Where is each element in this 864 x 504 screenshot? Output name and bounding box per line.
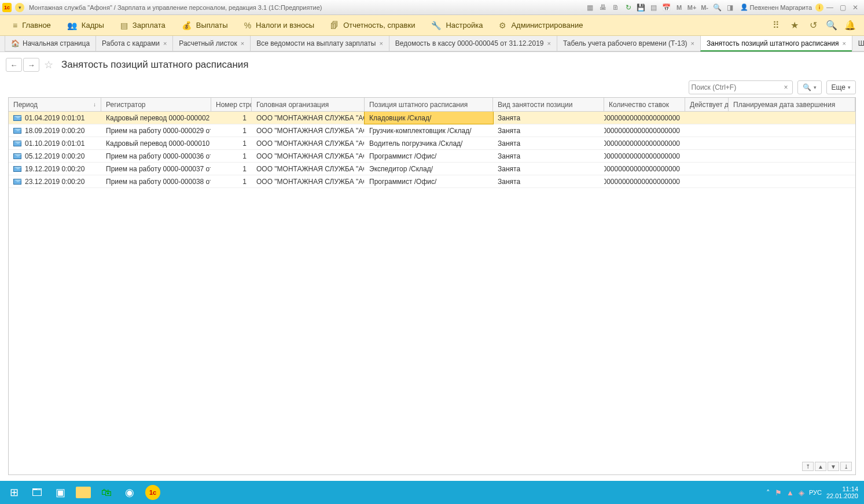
menu-taxes[interactable]: %Налоги и взносы bbox=[236, 15, 323, 35]
menu-reports[interactable]: 🗐Отчетность, справки bbox=[322, 15, 423, 35]
nav-forward-button[interactable]: → bbox=[23, 58, 39, 72]
record-icon bbox=[13, 128, 21, 134]
col-label: Период bbox=[13, 101, 38, 109]
tab-work-hr[interactable]: Работа с кадрами× bbox=[95, 36, 173, 51]
cell: Занята bbox=[493, 150, 604, 162]
table-row[interactable]: 01.04.2019 0:01:01Кадровый перевод 0000-… bbox=[9, 112, 855, 124]
cell: 1 bbox=[211, 175, 252, 187]
tray-lang[interactable]: РУС bbox=[809, 489, 822, 496]
close-icon[interactable]: × bbox=[163, 40, 167, 47]
tab-home[interactable]: 🏠 Начальная страница bbox=[5, 36, 96, 51]
minimize-button[interactable]: — bbox=[825, 2, 835, 13]
powershell-icon[interactable]: ▣ bbox=[49, 483, 72, 502]
explorer-icon[interactable] bbox=[72, 483, 95, 502]
chevron-down-icon: ▾ bbox=[814, 84, 817, 90]
table-row[interactable]: 18.09.2019 0:00:20Прием на работу 0000-0… bbox=[9, 124, 855, 137]
col-plan[interactable]: Планируемая дата завершения bbox=[729, 98, 855, 111]
close-icon[interactable]: × bbox=[241, 40, 244, 47]
col-registrar[interactable]: Регистратор bbox=[101, 98, 211, 111]
calc-icon[interactable]: ▤ bbox=[649, 2, 659, 13]
cell: 1,00000000000000000000 bbox=[604, 163, 685, 175]
scroll-up-button[interactable]: ▲ bbox=[815, 462, 826, 471]
tab-cash-statement[interactable]: Ведомость в кассу 0000-000045 от 31.12.2… bbox=[389, 36, 557, 51]
m-button[interactable]: M bbox=[674, 2, 685, 13]
search-icon[interactable]: 🔍 bbox=[825, 19, 839, 32]
col-org[interactable]: Головная организация bbox=[252, 98, 365, 111]
col-position[interactable]: Позиция штатного расписания bbox=[365, 98, 493, 111]
bell-icon[interactable]: 🔔 bbox=[843, 19, 857, 32]
col-line[interactable]: Номер строки bbox=[211, 98, 252, 111]
app-1c-icon[interactable]: 1c bbox=[141, 483, 164, 502]
search-box[interactable]: × bbox=[689, 80, 793, 94]
favorite-toggle[interactable]: ☆ bbox=[44, 58, 53, 71]
table-row[interactable]: 19.12.2019 0:00:20Прием на работу 0000-0… bbox=[9, 163, 855, 175]
scroll-down-button[interactable]: ▼ bbox=[828, 462, 839, 471]
close-icon[interactable]: × bbox=[547, 40, 551, 47]
table-row[interactable]: 23.12.2019 0:00:20Прием на работу 0000-0… bbox=[9, 175, 855, 188]
cell bbox=[729, 150, 855, 162]
search-input[interactable] bbox=[692, 83, 782, 91]
cell: Водитель погрузчика /Склад/ bbox=[365, 137, 493, 149]
close-button[interactable]: ✕ bbox=[850, 2, 861, 13]
taskview-icon[interactable]: 🗔 bbox=[25, 483, 49, 502]
cell bbox=[729, 175, 855, 187]
start-button[interactable]: ⊞ bbox=[2, 483, 25, 502]
tab-staffing-layout[interactable]: Штатная расстановка× bbox=[852, 36, 864, 51]
calendar-icon[interactable]: 📅 bbox=[661, 2, 672, 13]
search-dropdown-button[interactable]: 🔍 ▾ bbox=[797, 80, 822, 94]
col-period[interactable]: Период↓ bbox=[9, 98, 101, 111]
info-icon[interactable]: i bbox=[815, 3, 823, 12]
apps-icon[interactable]: ⠿ bbox=[769, 19, 783, 32]
favorite-icon[interactable]: ★ bbox=[788, 19, 802, 32]
store-icon[interactable]: 🛍 bbox=[95, 483, 118, 502]
panels-icon[interactable]: ◨ bbox=[725, 2, 736, 13]
tray-clock[interactable]: 11:14 22.01.2020 bbox=[826, 485, 858, 499]
close-icon[interactable]: × bbox=[379, 40, 383, 47]
system-menu-button[interactable]: ▾ bbox=[15, 3, 24, 12]
nav-back-button[interactable]: ← bbox=[6, 58, 22, 72]
table-row[interactable]: 05.12.2019 0:00:20Прием на работу 0000-0… bbox=[9, 150, 855, 163]
close-icon[interactable]: × bbox=[842, 40, 845, 47]
scroll-home-button[interactable]: ⤒ bbox=[802, 462, 814, 471]
col-until[interactable]: Действует до bbox=[685, 98, 729, 111]
current-user[interactable]: 👤 Певхенен Маргарита bbox=[740, 3, 812, 11]
history-icon[interactable]: ↺ bbox=[806, 19, 820, 32]
clear-search-button[interactable]: × bbox=[782, 83, 790, 91]
tab-all-payrolls[interactable]: Все ведомости на выплату зарплаты× bbox=[250, 36, 389, 51]
m-plus-button[interactable]: M+ bbox=[687, 2, 697, 13]
tray-network-icon[interactable]: ◈ bbox=[799, 488, 804, 497]
col-rate[interactable]: Количество ставок bbox=[604, 98, 685, 111]
close-icon[interactable]: × bbox=[691, 40, 694, 47]
table-row[interactable]: 01.10.2019 0:01:01Кадровый перевод 0000-… bbox=[9, 137, 855, 150]
tray-shield-icon[interactable]: ▲ bbox=[786, 488, 794, 497]
col-label: Планируемая дата завершения bbox=[733, 101, 835, 109]
menu-label: Выплаты bbox=[196, 21, 228, 30]
doc-icon[interactable]: 🗎 bbox=[611, 2, 621, 13]
menu-admin[interactable]: ⚙Администрирование bbox=[491, 15, 591, 35]
print-icon[interactable]: 🖶 bbox=[598, 2, 608, 13]
cell bbox=[729, 124, 855, 137]
menu-main[interactable]: ≡Главное bbox=[5, 15, 59, 35]
col-status[interactable]: Вид занятости позиции bbox=[493, 98, 604, 111]
grid-body[interactable]: 01.04.2019 0:01:01Кадровый перевод 0000-… bbox=[9, 112, 855, 474]
scroll-end-button[interactable]: ⤓ bbox=[840, 462, 852, 471]
tab-payslip[interactable]: Расчетный листок× bbox=[172, 36, 251, 51]
chrome-icon[interactable]: ◉ bbox=[118, 483, 141, 502]
grid-icon[interactable]: ▦ bbox=[585, 2, 595, 13]
zoom-icon[interactable]: 🔍 bbox=[712, 2, 723, 13]
chevron-down-icon: ▾ bbox=[848, 84, 851, 90]
maximize-button[interactable]: ▢ bbox=[837, 2, 848, 13]
save-icon[interactable]: 💾 bbox=[636, 2, 646, 13]
tray-flag-icon[interactable]: ⚑ bbox=[775, 488, 782, 497]
menu-salary[interactable]: ▤Зарплата bbox=[112, 15, 174, 35]
tab-t13[interactable]: Табель учета рабочего времени (Т-13)× bbox=[557, 36, 701, 51]
refresh-icon[interactable]: ↻ bbox=[623, 2, 634, 13]
tray-up-icon[interactable]: ˄ bbox=[766, 488, 770, 497]
menu-payments[interactable]: 💰Выплаты bbox=[174, 15, 236, 35]
tab-staffing-positions[interactable]: Занятость позиций штатного расписания× bbox=[700, 36, 852, 51]
menu-settings[interactable]: 🔧Настройка bbox=[423, 15, 491, 35]
more-button[interactable]: Еще▾ bbox=[826, 80, 856, 94]
m-minus-button[interactable]: M- bbox=[700, 2, 710, 13]
cell: 1 bbox=[211, 137, 252, 149]
menu-hr[interactable]: 👥Кадры bbox=[59, 15, 112, 35]
